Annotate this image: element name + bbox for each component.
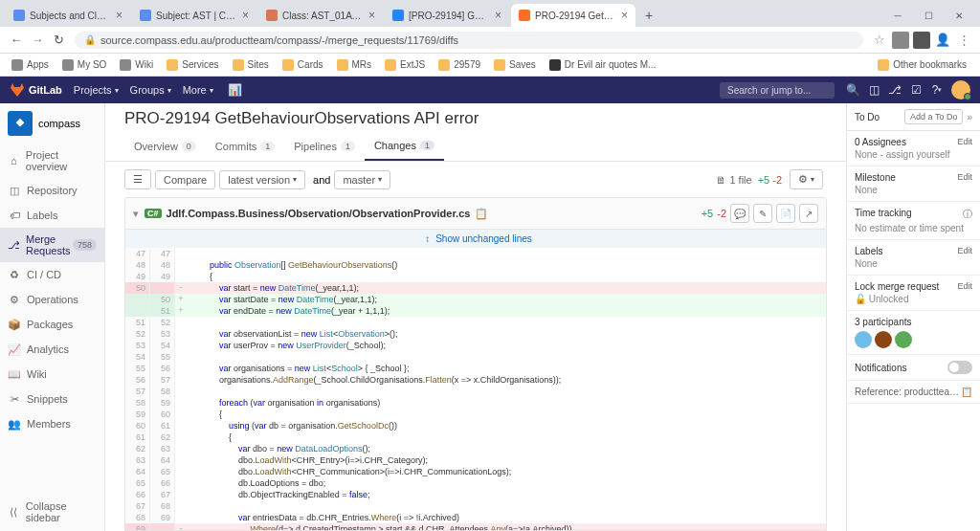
gitlab-search-input[interactable]: Search or jump to... xyxy=(720,82,835,99)
diff-line[interactable]: 5960 { xyxy=(125,409,826,420)
mr-tab-overview[interactable]: Overview0 xyxy=(124,132,206,161)
edit-lock[interactable]: Edit xyxy=(957,281,972,292)
todos-icon[interactable]: ☑ xyxy=(905,79,926,100)
edit-labels[interactable]: Edit xyxy=(957,246,972,256)
assign-yourself-link[interactable]: None - assign yourself xyxy=(855,149,972,160)
diff-line[interactable]: 5152 xyxy=(125,317,826,328)
tab-close-icon[interactable]: × xyxy=(116,9,122,22)
sidebar-item-wiki[interactable]: 📖Wiki xyxy=(0,362,104,387)
tab-close-icon[interactable]: × xyxy=(621,9,628,22)
other-bookmarks[interactable]: Other bookmarks xyxy=(872,57,972,73)
sidebar-item-members[interactable]: 👥Members xyxy=(0,411,104,436)
edit-assignees[interactable]: Edit xyxy=(957,137,972,147)
extension-icon[interactable] xyxy=(913,32,930,49)
diff-line[interactable]: 6768 xyxy=(125,500,826,512)
browser-tab[interactable]: Subjects and Classes | Compass× xyxy=(6,4,130,27)
diff-line[interactable]: 5657 organisations.AddRange(_School.Chil… xyxy=(125,374,826,386)
new-tab-button[interactable]: + xyxy=(637,4,660,27)
diff-line[interactable]: 6869 var entriesData = db.CHR_Entries.Wh… xyxy=(125,512,826,523)
bookmark-item[interactable]: Sites xyxy=(227,57,275,73)
project-header[interactable]: compass xyxy=(0,103,104,144)
bookmark-item[interactable]: Wiki xyxy=(114,57,159,73)
diff-line[interactable]: 5859 foreach (var organisation in organi… xyxy=(125,397,826,409)
participant-avatar[interactable] xyxy=(895,331,912,348)
gitlab-logo[interactable]: GitLab xyxy=(10,82,62,98)
diff-line[interactable]: 6263 var dbo = new DataLoadOptions(); xyxy=(125,443,826,454)
version-to-dropdown[interactable]: master ▾ xyxy=(334,170,390,189)
diff-line[interactable]: 5253 var observationList = new List<Obse… xyxy=(125,328,826,340)
bookmark-item[interactable]: ExtJS xyxy=(379,57,431,73)
diff-line[interactable]: 69- .Where(d=> d.CreatedTimestamp > star… xyxy=(125,523,826,531)
diff-line[interactable]: 50- var start = new DateTime(_year,1,1); xyxy=(125,282,826,294)
bookmark-item[interactable]: My SO xyxy=(56,57,113,73)
close-window-button[interactable]: ✕ xyxy=(944,4,974,27)
sidebar-item-ci-cd[interactable]: ♻CI / CD xyxy=(0,262,104,287)
menu-button[interactable]: ⋮ xyxy=(953,30,974,51)
diff-line[interactable]: 6465 dbo.LoadWith<CHR_Communication>(i=>… xyxy=(125,466,826,477)
diff-line[interactable]: 5455 xyxy=(125,351,826,363)
star-button[interactable]: ☆ xyxy=(869,30,890,51)
back-button[interactable]: ← xyxy=(6,30,27,51)
settings-dropdown[interactable]: ⚙ ▾ xyxy=(790,169,823,189)
copy-reference-icon[interactable]: 📋 xyxy=(961,387,972,397)
edit-file-button[interactable]: ✎ xyxy=(753,204,772,223)
diff-line[interactable]: 6364 dbo.LoadWith<CHR_Entry>(i=>i.CHR_Ca… xyxy=(125,454,826,466)
browser-tab[interactable]: Subject: AST | Compass× xyxy=(132,4,256,27)
user-avatar[interactable] xyxy=(951,80,970,100)
diff-line[interactable]: 5354 var userProv = new UserProvider(_Sc… xyxy=(125,340,826,351)
maximize-button[interactable]: ☐ xyxy=(913,4,944,27)
bookmark-item[interactable]: Dr Evil air quotes M... xyxy=(544,57,662,73)
info-icon[interactable]: ⓘ xyxy=(963,208,972,221)
participant-avatar[interactable] xyxy=(855,331,872,348)
diff-line[interactable]: 6061 using (var db = organisation.GetSch… xyxy=(125,420,826,431)
sidebar-item-repository[interactable]: ◫Repository xyxy=(0,178,104,203)
expand-sidebar-icon[interactable]: » xyxy=(967,112,972,122)
sidebar-item-labels[interactable]: 🏷Labels xyxy=(0,203,104,228)
activity-icon[interactable]: 📊 xyxy=(225,79,246,100)
version-from-dropdown[interactable]: latest version ▾ xyxy=(219,170,305,189)
copy-path-icon[interactable]: 📋 xyxy=(475,208,488,220)
collapse-file-icon[interactable]: ▾ xyxy=(133,208,139,220)
diff-line[interactable]: 4747 xyxy=(125,248,826,259)
search-icon[interactable]: 🔍 xyxy=(842,79,863,100)
compare-button[interactable]: Compare xyxy=(155,170,215,189)
file-tree-button[interactable]: ☰ xyxy=(124,169,151,189)
diff-line[interactable]: 4949 { xyxy=(125,271,826,282)
sidebar-item-analytics[interactable]: 📈Analytics xyxy=(0,337,104,362)
mr-tab-pipelines[interactable]: Pipelines1 xyxy=(284,132,365,161)
mr-tab-commits[interactable]: Commits1 xyxy=(206,132,284,161)
sidebar-item-snippets[interactable]: ✂Snippets xyxy=(0,387,104,411)
browser-tab[interactable]: [PRO-29194] GetBehaviourObser...× xyxy=(385,4,509,27)
extension-icon[interactable] xyxy=(892,32,909,49)
gitlab-nav-item[interactable]: Groups▾ xyxy=(130,84,171,96)
diff-line[interactable]: 5556 var organisations = new List<School… xyxy=(125,363,826,374)
gitlab-nav-item[interactable]: More▾ xyxy=(183,84,213,96)
minimize-button[interactable]: ─ xyxy=(882,4,913,27)
diff-line[interactable]: 5758 xyxy=(125,386,826,397)
show-unchanged-top[interactable]: ↕ Show unchanged lines xyxy=(125,230,826,248)
diff-line[interactable]: 50+ var startDate = new DateTime(_year,1… xyxy=(125,294,826,305)
external-button[interactable]: ↗ xyxy=(799,204,818,223)
collapse-sidebar-button[interactable]: ⟨⟨ Collapse sidebar xyxy=(0,493,104,531)
bookmark-item[interactable]: Saves xyxy=(488,57,542,73)
bookmark-item[interactable]: MRs xyxy=(331,57,378,73)
apps-button[interactable]: Apps xyxy=(6,57,55,73)
diff-line[interactable]: 6162 { xyxy=(125,431,826,443)
tab-close-icon[interactable]: × xyxy=(242,9,249,22)
bookmark-item[interactable]: 29579 xyxy=(433,57,486,73)
tab-close-icon[interactable]: × xyxy=(495,9,501,22)
browser-tab[interactable]: Class: AST_01A | Compass× xyxy=(258,4,383,27)
help-icon[interactable]: ?▾ xyxy=(926,79,947,100)
sidebar-item-operations[interactable]: ⚙Operations xyxy=(0,287,104,312)
sidebar-item-project-overview[interactable]: ⌂Project overview xyxy=(0,144,104,178)
diff-line[interactable]: 4848 public Observation[] GetBehaviourOb… xyxy=(125,259,826,271)
participant-avatar[interactable] xyxy=(875,331,892,348)
mr-tab-changes[interactable]: Changes1 xyxy=(365,132,444,161)
tab-close-icon[interactable]: × xyxy=(368,9,375,22)
gitlab-nav-item[interactable]: Projects▾ xyxy=(74,84,119,96)
profile-button[interactable]: 👤 xyxy=(932,30,953,51)
diff-line[interactable]: 6667 db.ObjectTrackingEnabled = false; xyxy=(125,489,826,500)
url-input[interactable]: 🔒 source.compass.edu.au/productteam/comp… xyxy=(75,32,863,49)
comment-button[interactable]: 💬 xyxy=(730,204,749,223)
edit-milestone[interactable]: Edit xyxy=(957,172,972,183)
